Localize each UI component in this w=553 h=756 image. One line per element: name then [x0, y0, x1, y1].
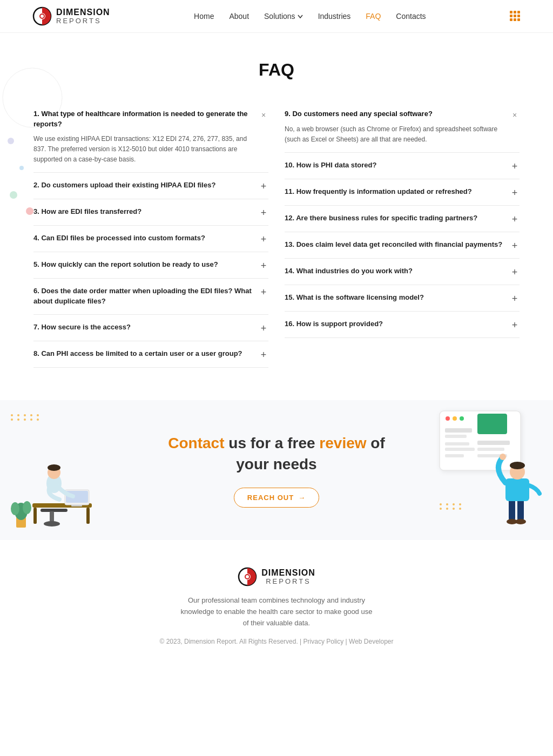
contact-cta-section: Contact us for a free review of your nee… [0, 400, 553, 540]
plus-icon: + [259, 350, 268, 360]
svg-point-40 [515, 519, 526, 524]
logo-reports: REPORTS [56, 17, 110, 25]
faq-item-5: 5. How quickly can the report solution b… [33, 252, 268, 279]
logo-dimension: DIMENSION [56, 8, 110, 17]
faq-item-3: 3. How are EDI files transferred?+ [33, 199, 268, 226]
faq-item-6: 6. Does the date order matter when uploa… [33, 279, 268, 315]
footer-tagline: Our professional team combines technolog… [179, 595, 374, 629]
svg-point-25 [446, 416, 450, 421]
cta-line2: your needs [236, 456, 316, 473]
svg-point-27 [460, 416, 464, 421]
cta-content: Contact us for a free review of your nee… [17, 433, 536, 508]
faq-item-header-9[interactable]: 9. Do customers need any special softwar… [285, 109, 520, 120]
svg-rect-28 [477, 414, 507, 434]
faq-item-header-3[interactable]: 3. How are EDI files transferred?+ [33, 207, 268, 218]
svg-point-14 [44, 521, 60, 526]
chevron-down-icon [298, 15, 303, 18]
faq-question-15: 15. What is the software licensing model… [285, 293, 504, 303]
faq-item-header-2[interactable]: 2. Do customers upload their existing HI… [33, 180, 268, 191]
faq-item-8: 8. Can PHI access be limited to a certai… [33, 341, 268, 368]
faq-item-7: 7. How secure is the access?+ [33, 315, 268, 341]
faq-section: FAQ 1. What type of healthcare informati… [0, 33, 553, 400]
plus-icon: + [259, 208, 268, 218]
faq-question-12: 12. Are there business rules for specifi… [285, 213, 504, 224]
navbar: DIMENSION REPORTS Home About Solutions I… [0, 0, 553, 33]
faq-item-1: 1. What type of healthcare information i… [33, 102, 268, 173]
nav-contacts[interactable]: Contacts [396, 12, 426, 21]
logo-link[interactable]: DIMENSION REPORTS [32, 6, 110, 26]
cta-text-middle: us for a free [228, 435, 319, 451]
cta-text-after: of [370, 435, 385, 451]
faq-item-header-11[interactable]: 11. How frequently is information update… [285, 187, 520, 198]
reach-out-button[interactable]: REACH OUT → [234, 488, 319, 508]
svg-rect-16 [33, 508, 37, 524]
faq-question-14: 14. What industries do you work with? [285, 266, 504, 276]
footer-logo-icon [238, 567, 257, 586]
plus-icon: + [510, 188, 520, 198]
faq-question-1: 1. What type of healthcare information i… [33, 109, 253, 130]
faq-question-16: 16. How is support provided? [285, 319, 504, 329]
plus-icon: + [259, 323, 268, 333]
faq-item-16: 16. How is support provided?+ [285, 312, 520, 338]
cta-heading: Contact us for a free review of your nee… [33, 433, 520, 475]
faq-question-8: 8. Can PHI access be limited to a certai… [33, 349, 253, 359]
faq-left-col: 1. What type of healthcare information i… [33, 102, 268, 368]
footer-logo: DIMENSION REPORTS [0, 567, 553, 586]
nav-industries[interactable]: Industries [318, 12, 351, 21]
close-icon: × [259, 110, 268, 120]
plus-icon: + [510, 161, 520, 171]
footer-copyright: © 2023, Dimension Report. All Rights Res… [0, 638, 553, 645]
plus-icon: + [259, 261, 268, 271]
svg-point-4 [8, 138, 14, 144]
svg-point-26 [453, 416, 457, 421]
faq-item-9: 9. Do customers need any special softwar… [285, 102, 520, 153]
faq-question-6: 6. Does the date order matter when uploa… [33, 286, 253, 307]
faq-item-header-5[interactable]: 5. How quickly can the report solution b… [33, 260, 268, 271]
faq-grid: 1. What type of healthcare information i… [33, 102, 520, 368]
faq-item-header-1[interactable]: 1. What type of healthcare information i… [33, 109, 268, 130]
svg-rect-12 [41, 509, 68, 512]
faq-item-header-13[interactable]: 13. Does claim level data get reconciled… [285, 240, 520, 251]
faq-question-9: 9. Do customers need any special softwar… [285, 109, 504, 119]
faq-item-header-8[interactable]: 8. Can PHI access be limited to a certai… [33, 349, 268, 360]
grid-icon[interactable] [510, 11, 521, 22]
logo-icon [32, 6, 52, 26]
faq-item-header-15[interactable]: 15. What is the software licensing model… [285, 293, 520, 303]
faq-question-7: 7. How secure is the access? [33, 322, 253, 333]
faq-item-15: 15. What is the software licensing model… [285, 285, 520, 312]
faq-item-header-14[interactable]: 14. What industries do you work with?+ [285, 266, 520, 277]
plus-icon: + [259, 234, 268, 244]
svg-rect-13 [50, 511, 54, 522]
faq-item-12: 12. Are there business rules for specifi… [285, 206, 520, 232]
faq-question-2: 2. Do customers upload their existing HI… [33, 180, 253, 191]
faq-item-header-12[interactable]: 12. Are there business rules for specifi… [285, 213, 520, 224]
faq-item-header-6[interactable]: 6. Does the date order matter when uploa… [33, 286, 268, 307]
faq-answer-9: No, a web browser (such as Chrome or Fir… [285, 124, 520, 145]
plus-icon: + [259, 181, 268, 191]
svg-rect-17 [86, 508, 90, 524]
faq-item-11: 11. How frequently is information update… [285, 179, 520, 206]
plus-icon: + [510, 267, 520, 277]
close-icon: × [510, 110, 520, 120]
faq-answer-1: We use existing HIPAA EDI transactions: … [33, 134, 268, 165]
nav-about[interactable]: About [229, 12, 249, 21]
faq-title: FAQ [33, 60, 520, 80]
logo-text: DIMENSION REPORTS [56, 8, 110, 25]
svg-rect-29 [445, 428, 472, 433]
nav-home[interactable]: Home [194, 12, 214, 21]
plus-icon: + [510, 294, 520, 303]
footer-logo-dimension: DIMENSION [261, 568, 315, 578]
faq-item-14: 14. What industries do you work with?+ [285, 259, 520, 285]
faq-item-header-4[interactable]: 4. Can EDI files be processed into custo… [33, 233, 268, 244]
faq-question-4: 4. Can EDI files be processed into custo… [33, 233, 253, 244]
nav-solutions[interactable]: Solutions [264, 12, 303, 21]
faq-right-col: 9. Do customers need any special softwar… [285, 102, 520, 368]
cta-review-word: review [319, 435, 366, 451]
faq-item-header-7[interactable]: 7. How secure is the access?+ [33, 322, 268, 333]
nav-faq[interactable]: FAQ [366, 12, 381, 21]
faq-question-13: 13. Does claim level data get reconciled… [285, 240, 504, 250]
faq-item-header-16[interactable]: 16. How is support provided?+ [285, 319, 520, 330]
faq-item-header-10[interactable]: 10. How is PHI data stored?+ [285, 160, 520, 171]
footer-logo-reports: REPORTS [261, 578, 315, 585]
faq-item-13: 13. Does claim level data get reconciled… [285, 232, 520, 259]
